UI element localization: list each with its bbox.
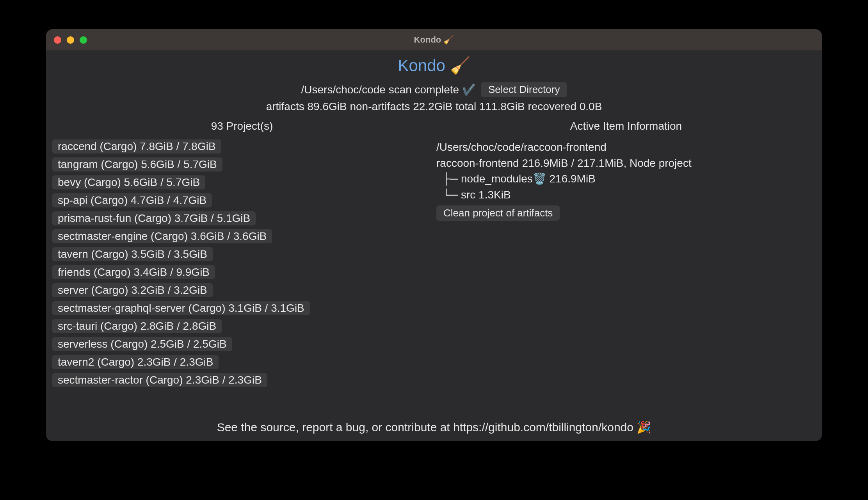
- content-area: Kondo 🧹 /Users/choc/code scan complete ✔…: [46, 50, 822, 441]
- project-item[interactable]: raccend (Cargo) 7.8GiB / 7.8GiB: [52, 139, 221, 154]
- traffic-lights: [54, 36, 87, 44]
- minimize-icon[interactable]: [67, 36, 74, 44]
- project-item[interactable]: sectmaster-engine (Cargo) 3.6GiB / 3.6Gi…: [52, 229, 272, 243]
- projects-column: 93 Project(s) raccend (Cargo) 7.8GiB / 7…: [50, 120, 434, 415]
- columns: 93 Project(s) raccend (Cargo) 7.8GiB / 7…: [50, 120, 818, 415]
- project-item[interactable]: tavern2 (Cargo) 2.3GiB / 2.3GiB: [52, 355, 219, 369]
- app-window: Kondo 🧹 Kondo 🧹 /Users/choc/code scan co…: [46, 29, 822, 441]
- project-item[interactable]: sectmaster-graphql-server (Cargo) 3.1GiB…: [52, 301, 310, 315]
- active-item-detail: /Users/choc/code/raccoon-frontend raccoo…: [434, 139, 818, 221]
- project-item[interactable]: sp-api (Cargo) 4.7GiB / 4.7GiB: [52, 193, 212, 207]
- titlebar: Kondo 🧹: [46, 29, 822, 50]
- project-list[interactable]: raccend (Cargo) 7.8GiB / 7.8GiB tangram …: [50, 139, 434, 391]
- tree-line: └─ src 1.3KiB: [436, 187, 818, 203]
- project-item[interactable]: serverless (Cargo) 2.5GiB / 2.5GiB: [52, 337, 232, 351]
- projects-header: 93 Project(s): [50, 120, 434, 132]
- scan-status-row: /Users/choc/code scan complete ✔️ Select…: [50, 82, 818, 97]
- active-item-summary: raccoon-frontend 216.9MiB / 217.1MiB, No…: [436, 155, 818, 171]
- project-item[interactable]: src-tauri (Cargo) 2.8GiB / 2.8GiB: [52, 319, 222, 333]
- project-item[interactable]: prisma-rust-fun (Cargo) 3.7GiB / 5.1GiB: [52, 211, 256, 225]
- close-icon[interactable]: [54, 36, 61, 44]
- project-item[interactable]: tangram (Cargo) 5.6GiB / 5.7GiB: [52, 157, 222, 171]
- stats-text: artifacts 89.6GiB non-artifacts 22.2GiB …: [50, 100, 818, 113]
- details-header: Active Item Information: [434, 120, 818, 132]
- app-title-text: Kondo 🧹: [398, 56, 470, 75]
- project-item[interactable]: friends (Cargo) 3.4GiB / 9.9GiB: [52, 265, 215, 279]
- fullscreen-icon[interactable]: [80, 36, 87, 44]
- project-item[interactable]: sectmaster-ractor (Cargo) 2.3GiB / 2.3Gi…: [52, 373, 267, 387]
- active-item-path: /Users/choc/code/raccoon-frontend: [436, 139, 818, 155]
- app-title: Kondo 🧹: [50, 56, 818, 75]
- window-title: Kondo 🧹: [414, 35, 454, 45]
- details-column: Active Item Information /Users/choc/code…: [434, 120, 818, 415]
- project-item[interactable]: tavern (Cargo) 3.5GiB / 3.5GiB: [52, 247, 213, 261]
- select-directory-button[interactable]: Select Directory: [481, 82, 567, 97]
- footer-text: See the source, report a bug, or contrib…: [50, 415, 818, 441]
- clean-project-button[interactable]: Clean project of artifacts: [436, 205, 560, 221]
- project-item[interactable]: bevy (Cargo) 5.6GiB / 5.7GiB: [52, 175, 205, 189]
- tree-line: ├─ node_modules🗑️ 216.9MiB: [436, 171, 818, 187]
- scan-status-text: /Users/choc/code scan complete ✔️: [301, 83, 476, 96]
- project-item[interactable]: server (Cargo) 3.2GiB / 3.2GiB: [52, 283, 213, 297]
